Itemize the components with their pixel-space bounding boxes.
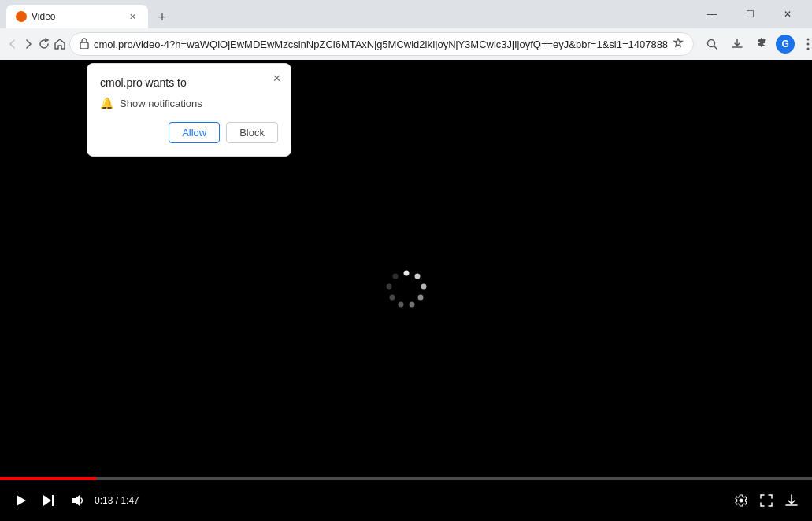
svg-marker-15 [17, 495, 26, 506]
back-button[interactable] [6, 31, 19, 57]
spinner-svg [384, 267, 428, 311]
bell-icon: 🔔 [100, 97, 113, 109]
browser-content: ✕ cmol.pro wants to 🔔 Show notifications… [0, 60, 812, 521]
nav-bar: cmol.pro/video-4?h=waWQiOjEwMDEwMzcslnNp… [0, 28, 812, 60]
address-bar[interactable]: cmol.pro/video-4?h=waWQiOjEwMDEwMzcslnNp… [69, 32, 694, 56]
browser-frame: Video ✕ + — ☐ ✕ [0, 0, 812, 521]
video-controls: 0:13 / 1:47 [0, 480, 812, 521]
reload-button[interactable] [38, 31, 50, 57]
maximize-button[interactable]: ☐ [732, 2, 768, 26]
nav-actions: G [700, 32, 812, 56]
loading-spinner [384, 267, 428, 314]
svg-point-6 [403, 271, 409, 276]
settings-button[interactable] [730, 490, 752, 512]
popup-close-button[interactable]: ✕ [269, 70, 284, 86]
svg-point-4 [807, 43, 810, 46]
svg-point-14 [392, 274, 398, 279]
minimize-button[interactable]: — [694, 2, 730, 26]
tab-area: Video ✕ + [6, 0, 173, 28]
svg-point-12 [389, 295, 395, 301]
window-controls: — ☐ ✕ [694, 2, 806, 26]
popup-permission: 🔔 Show notifications [100, 97, 278, 109]
menu-button[interactable] [796, 32, 812, 56]
svg-marker-16 [43, 495, 51, 506]
svg-point-11 [398, 302, 403, 308]
popup-title: cmol.pro wants to [100, 76, 278, 89]
svg-point-9 [417, 295, 423, 301]
block-button[interactable]: Block [226, 122, 278, 143]
tab-favicon [16, 11, 27, 22]
svg-line-2 [714, 46, 717, 50]
download-button[interactable] [780, 490, 803, 512]
extensions-button[interactable] [751, 32, 774, 56]
play-button[interactable] [9, 490, 32, 512]
svg-point-13 [386, 284, 391, 290]
title-bar: Video ✕ + — ☐ ✕ [0, 0, 812, 28]
tab-title: Video [32, 11, 121, 22]
svg-point-7 [414, 274, 420, 279]
fullscreen-button[interactable] [755, 490, 777, 512]
time-display: 0:13 / 1:47 [95, 495, 139, 506]
home-button[interactable] [54, 31, 66, 57]
right-controls [730, 490, 803, 512]
next-button[interactable] [38, 490, 60, 512]
lock-icon [80, 38, 89, 51]
svg-rect-17 [52, 495, 54, 506]
close-button[interactable]: ✕ [769, 2, 806, 26]
bookmark-icon[interactable] [673, 38, 684, 51]
svg-marker-18 [72, 495, 80, 506]
svg-point-8 [421, 284, 426, 290]
svg-point-10 [409, 302, 414, 308]
svg-point-3 [807, 39, 810, 41]
svg-rect-0 [80, 42, 88, 49]
notification-popup: ✕ cmol.pro wants to 🔔 Show notifications… [87, 63, 291, 157]
forward-button[interactable] [22, 31, 35, 57]
profile-avatar[interactable]: G [776, 35, 795, 54]
active-tab[interactable]: Video ✕ [6, 5, 148, 28]
address-text: cmol.pro/video-4?h=waWQiOjEwMDEwMzcslnNp… [94, 39, 668, 50]
volume-button[interactable] [66, 490, 88, 512]
zoom-button[interactable] [700, 32, 724, 56]
tab-close-button[interactable]: ✕ [126, 10, 139, 23]
permission-text: Show notifications [120, 98, 202, 109]
new-tab-button[interactable]: + [151, 6, 173, 28]
allow-button[interactable]: Allow [169, 122, 220, 143]
downloads-button[interactable] [725, 32, 749, 56]
svg-point-5 [807, 48, 810, 50]
popup-buttons: Allow Block [100, 122, 278, 143]
